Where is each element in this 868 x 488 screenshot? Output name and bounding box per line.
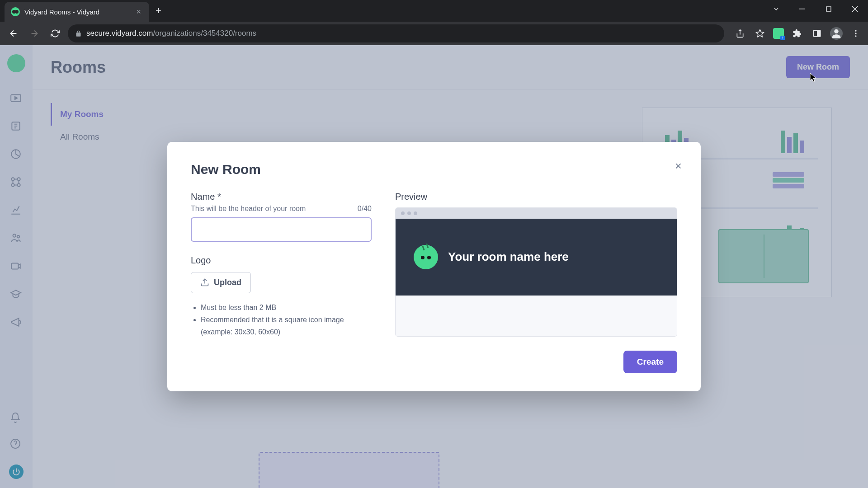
svg-rect-0: [799, 9, 805, 9]
side-panel-icon[interactable]: [810, 27, 824, 40]
new-room-modal: New Room × Name * This will be the heade…: [167, 142, 701, 392]
browser-chrome: Vidyard Rooms - Vidyard × + secure.vidya…: [0, 0, 868, 45]
preview-room-name: Your room name here: [448, 250, 569, 264]
new-tab-button[interactable]: +: [156, 5, 161, 17]
svg-point-7: [855, 35, 856, 37]
logo-label: Logo: [191, 255, 372, 266]
url-field[interactable]: secure.vidyard.com/organizations/3454320…: [68, 24, 724, 42]
req-item: Recommended that it is a square icon ima…: [201, 314, 372, 338]
extension-vidyard-icon[interactable]: 1: [773, 28, 784, 39]
tab-title: Vidyard Rooms - Vidyard: [24, 8, 130, 16]
req-item: Must be less than 2 MB: [201, 301, 372, 314]
preview-body: [396, 296, 677, 336]
url-text: secure.vidyard.com/organizations/3454320…: [86, 29, 256, 38]
browser-tab[interactable]: Vidyard Rooms - Vidyard ×: [5, 2, 149, 22]
room-name-input[interactable]: [191, 217, 372, 242]
address-bar: secure.vidyard.com/organizations/3454320…: [0, 22, 868, 45]
form-column: Name * This will be the header of your r…: [191, 192, 372, 338]
svg-rect-1: [826, 7, 831, 11]
tab-favicon-icon: [11, 7, 20, 16]
window-close-icon[interactable]: [842, 0, 868, 18]
upload-icon: [200, 278, 209, 287]
preview-browser-dots: [396, 208, 677, 219]
modal-title: New Room: [191, 162, 677, 177]
svg-point-5: [855, 30, 856, 32]
modal-overlay[interactable]: New Room × Name * This will be the heade…: [0, 45, 868, 488]
window-minimize-icon[interactable]: [789, 0, 816, 18]
bookmark-star-icon[interactable]: [753, 27, 767, 40]
logo-requirements: Must be less than 2 MB Recommended that …: [191, 301, 372, 338]
tab-bar: Vidyard Rooms - Vidyard × +: [0, 0, 868, 22]
nav-back-button[interactable]: [5, 25, 22, 42]
create-button[interactable]: Create: [623, 351, 677, 373]
preview-label: Preview: [395, 192, 677, 202]
name-label: Name *: [191, 192, 372, 202]
svg-point-4: [834, 29, 838, 33]
preview-logo-icon: [414, 245, 438, 269]
lock-icon: [75, 30, 82, 37]
profile-avatar-icon[interactable]: [830, 27, 843, 40]
preview-header: Your room name here: [396, 219, 677, 296]
nav-reload-button[interactable]: [47, 25, 63, 42]
svg-point-6: [855, 33, 856, 34]
window-controls: [763, 0, 868, 18]
app-root: Rooms New Room My Rooms All Rooms: [0, 45, 868, 488]
modal-close-button[interactable]: ×: [675, 159, 682, 173]
kebab-menu-icon[interactable]: [849, 27, 863, 40]
share-icon[interactable]: [733, 27, 747, 40]
char-count: 0/40: [358, 205, 372, 213]
name-help-text: This will be the header of your room: [191, 205, 306, 213]
preview-frame: Your room name here: [395, 207, 677, 337]
upload-logo-button[interactable]: Upload: [191, 272, 251, 293]
tab-search-icon[interactable]: [763, 0, 789, 18]
extensions-icon[interactable]: [790, 27, 804, 40]
svg-rect-3: [817, 30, 821, 36]
upload-label: Upload: [214, 278, 241, 287]
tab-close-icon[interactable]: ×: [134, 6, 143, 18]
nav-forward-button[interactable]: [26, 25, 42, 42]
window-maximize-icon[interactable]: [816, 0, 842, 18]
preview-column: Preview Your room name here: [395, 192, 677, 338]
